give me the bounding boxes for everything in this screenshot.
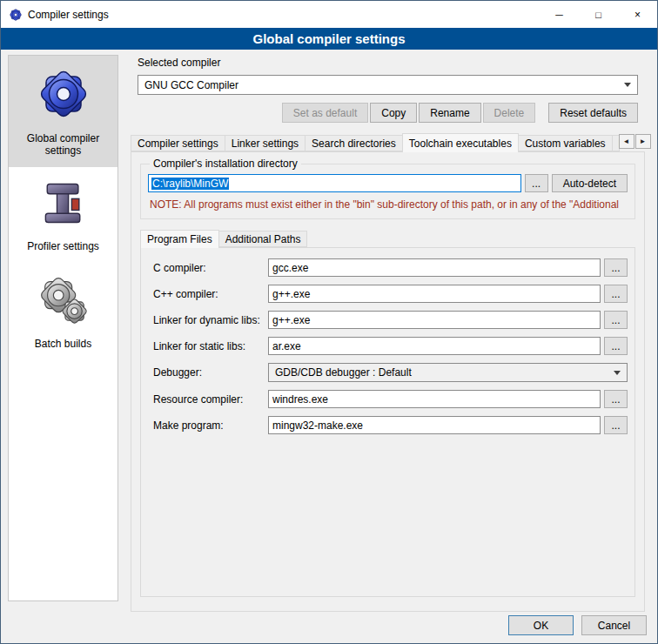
maximize-button[interactable]: □ xyxy=(579,1,618,28)
profiler-settings-icon xyxy=(37,178,90,232)
chevron-down-icon xyxy=(614,371,621,375)
program-files-tabbar: Program Files Additional Paths xyxy=(140,230,644,247)
static-linker-browse-button[interactable]: ... xyxy=(604,337,628,355)
cpp-compiler-label: C++ compiler: xyxy=(153,288,268,300)
copy-button[interactable]: Copy xyxy=(370,103,417,123)
auto-detect-button[interactable]: Auto-detect xyxy=(552,174,628,192)
resource-compiler-input[interactable] xyxy=(268,390,601,408)
rename-button[interactable]: Rename xyxy=(419,103,480,123)
form-row-dynamic-linker: Linker for dynamic libs: ... xyxy=(153,311,628,329)
caption-buttons: ─ □ × xyxy=(540,1,657,28)
debugger-value: GDB/CDB debugger : Default xyxy=(275,366,412,379)
make-program-browse-button[interactable]: ... xyxy=(604,416,628,434)
dynamic-linker-input[interactable] xyxy=(268,311,601,329)
form-row-debugger: Debugger: GDB/CDB debugger : Default xyxy=(153,363,628,382)
cpp-compiler-browse-button[interactable]: ... xyxy=(604,285,628,303)
dynamic-linker-label: Linker for dynamic libs: xyxy=(153,314,268,326)
resource-compiler-label: Resource compiler: xyxy=(153,393,268,406)
tab-scroll-right-button[interactable]: ► xyxy=(635,134,651,149)
dialog-footer: OK Cancel xyxy=(508,615,647,635)
ok-button[interactable]: OK xyxy=(508,615,574,635)
selected-compiler-value: GNU GCC Compiler xyxy=(144,79,238,91)
tab-program-files[interactable]: Program Files xyxy=(140,230,219,248)
set-as-default-button: Set as default xyxy=(282,103,368,123)
global-compiler-settings-icon xyxy=(36,66,91,124)
tab-compiler-settings[interactable]: Compiler settings xyxy=(131,135,225,151)
minimize-icon: ─ xyxy=(555,9,563,21)
window-title: Compiler settings xyxy=(28,9,109,21)
form-row-cpp-compiler: C++ compiler: ... xyxy=(153,285,628,303)
sidebar-item-label: Batch builds xyxy=(35,338,91,350)
main-panel: Selected compiler GNU GCC Compiler Set a… xyxy=(131,57,645,612)
compiler-settings-dialog: Compiler settings ─ □ × Global compiler … xyxy=(0,0,658,644)
app-icon xyxy=(9,8,23,22)
debugger-label: Debugger: xyxy=(153,366,268,379)
form-row-c-compiler: C compiler: ... xyxy=(153,258,628,277)
close-button[interactable]: × xyxy=(618,1,657,28)
form-row-static-linker: Linker for static libs: ... xyxy=(153,337,628,355)
reset-defaults-button[interactable]: Reset defaults xyxy=(548,103,638,123)
static-linker-label: Linker for static libs: xyxy=(153,340,268,352)
installation-directory-group: Compiler's installation directory C:\ray… xyxy=(140,158,635,219)
form-row-resource-compiler: Resource compiler: ... xyxy=(153,390,628,408)
sidebar-item-profiler-settings[interactable]: Profiler settings xyxy=(9,167,118,263)
installation-directory-value: C:\raylib\MinGW xyxy=(151,178,229,190)
make-program-label: Make program: xyxy=(153,419,268,432)
tab-scroll-left-button[interactable]: ◄ xyxy=(619,134,634,149)
sidebar-item-label: Global compiler settings xyxy=(10,132,116,157)
minimize-button[interactable]: ─ xyxy=(540,1,579,28)
arrow-right-icon: ► xyxy=(640,138,647,145)
settings-tabbar: Compiler settings Linker settings Search… xyxy=(131,133,645,151)
sidebar-item-label: Profiler settings xyxy=(27,240,99,252)
cpp-compiler-input[interactable] xyxy=(268,285,601,303)
static-linker-input[interactable] xyxy=(268,337,601,355)
debugger-select[interactable]: GDB/CDB debugger : Default xyxy=(268,363,628,382)
delete-button: Delete xyxy=(483,103,536,123)
maximize-icon: □ xyxy=(595,10,601,20)
toolchain-executables-panel: Compiler's installation directory C:\ray… xyxy=(131,151,645,612)
tab-custom-variables[interactable]: Custom variables xyxy=(518,135,613,151)
tab-scroll-buttons: ◄ ► xyxy=(619,134,651,151)
sidebar-item-batch-builds[interactable]: Batch builds xyxy=(9,263,118,360)
dialog-body: Global compiler settings xyxy=(1,50,657,643)
form-row-make-program: Make program: ... xyxy=(153,416,628,434)
installation-note: NOTE: All programs must exist either in … xyxy=(150,198,626,211)
cancel-button[interactable]: Cancel xyxy=(581,615,647,635)
titlebar: Compiler settings ─ □ × xyxy=(1,1,657,28)
program-files-panel: C compiler: ... C++ compiler: ... Linker… xyxy=(140,247,635,597)
installation-directory-input[interactable]: C:\raylib\MinGW xyxy=(148,174,521,192)
arrow-left-icon: ◄ xyxy=(623,138,630,145)
sidebar-item-global-compiler-settings[interactable]: Global compiler settings xyxy=(9,56,118,167)
make-program-input[interactable] xyxy=(268,416,601,434)
c-compiler-browse-button[interactable]: ... xyxy=(604,258,628,277)
installation-directory-row: C:\raylib\MinGW ... Auto-detect xyxy=(148,174,628,192)
compiler-actions: Set as default Copy Rename Delete Reset … xyxy=(138,103,638,123)
tab-toolchain-executables[interactable]: Toolchain executables xyxy=(402,133,519,152)
chevron-down-icon xyxy=(624,83,631,87)
page-title: Global compiler settings xyxy=(1,28,657,50)
tab-search-directories[interactable]: Search directories xyxy=(305,135,403,151)
close-icon: × xyxy=(634,9,641,21)
tab-additional-paths[interactable]: Additional Paths xyxy=(218,231,308,247)
c-compiler-input[interactable] xyxy=(268,258,601,277)
dynamic-linker-browse-button[interactable]: ... xyxy=(604,311,628,329)
batch-builds-icon xyxy=(37,273,91,330)
selected-compiler-label: Selected compiler xyxy=(138,57,645,70)
installation-directory-group-title: Compiler's installation directory xyxy=(150,158,301,170)
selected-compiler-select[interactable]: GNU GCC Compiler xyxy=(138,75,638,95)
resource-compiler-browse-button[interactable]: ... xyxy=(604,390,628,408)
c-compiler-label: C compiler: xyxy=(153,262,268,274)
installation-directory-browse-button[interactable]: ... xyxy=(525,174,548,192)
settings-sidebar: Global compiler settings xyxy=(8,55,118,601)
tab-linker-settings[interactable]: Linker settings xyxy=(225,135,306,151)
